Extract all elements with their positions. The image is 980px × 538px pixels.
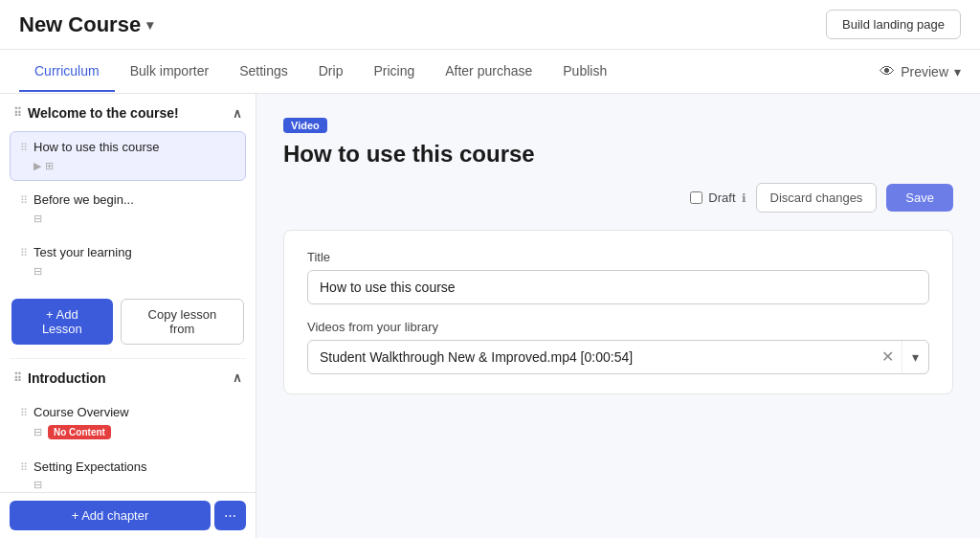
video-icon: ▶: [33, 160, 41, 172]
lesson-info-4: Course Overview ⊟ No Content: [33, 405, 235, 439]
lesson-item-test-learning[interactable]: ⠿ Test your learning ⊟: [10, 236, 246, 286]
lesson-info-2: Before we begin... ⊟: [33, 192, 235, 225]
lesson-icons-5: ⊟: [33, 479, 235, 491]
video-select-row: Student Walkthrough New & Improved.mp4 […: [307, 340, 929, 374]
content-area: Video How to use this course Draft ℹ Dis…: [256, 94, 980, 538]
tab-publish[interactable]: Publish: [547, 52, 622, 92]
add-chapter-more-button[interactable]: ⋯: [214, 501, 246, 530]
drag-dot-1: ⠿: [20, 142, 28, 154]
tab-bulk-importer[interactable]: Bulk importer: [115, 52, 224, 92]
build-landing-button[interactable]: Build landing page: [826, 10, 961, 39]
tab-drip[interactable]: Drip: [303, 52, 359, 92]
tab-settings[interactable]: Settings: [224, 52, 303, 92]
draft-checkbox[interactable]: [690, 191, 702, 204]
doc-icon-4: ⊟: [33, 426, 42, 438]
save-button[interactable]: Save: [886, 184, 953, 212]
lesson-name-5: Setting Expectations: [33, 460, 235, 476]
add-chapter-bar: + Add chapter ⋯: [0, 492, 256, 538]
chevron-intro[interactable]: ∧: [233, 370, 242, 385]
course-title-text: New Course: [19, 12, 141, 37]
info-icon[interactable]: ℹ: [742, 191, 746, 205]
section-intro-title: Introduction: [28, 370, 106, 386]
lesson-name-3: Test your learning: [33, 245, 235, 261]
section-welcome: ⠿ Welcome to the course! ∧: [0, 94, 256, 128]
lesson-name-1: How to use this course: [33, 140, 235, 156]
discard-button[interactable]: Discard changes: [756, 183, 878, 213]
title-label: Title: [307, 250, 929, 264]
video-chevron-icon[interactable]: ▾: [902, 341, 928, 373]
grid-icon: ⊞: [45, 160, 54, 172]
drag-dot-3: ⠿: [20, 247, 28, 259]
draft-label[interactable]: Draft ℹ: [690, 191, 746, 205]
drag-handle-intro[interactable]: ⠿: [13, 371, 22, 385]
course-title: New Course ▾: [19, 12, 153, 37]
section-introduction: ⠿ Introduction ∧: [0, 359, 256, 393]
top-bar: New Course ▾ Build landing page: [0, 0, 980, 50]
lesson-name-2: Before we begin...: [33, 192, 235, 209]
drag-dot-4: ⠿: [20, 407, 28, 419]
videos-label: Videos from your library: [307, 320, 929, 334]
preview-label: Preview: [901, 64, 948, 79]
sidebar: ⠿ Welcome to the course! ∧ ⠿ How to use …: [0, 94, 256, 538]
lesson-item-course-overview[interactable]: ⠿ Course Overview ⊟ No Content: [10, 396, 246, 448]
form-card: Title Videos from your library Student W…: [283, 230, 953, 394]
lesson-icons-4: ⊟ No Content: [33, 425, 235, 439]
course-title-arrow[interactable]: ▾: [146, 17, 153, 33]
drag-dot-2: ⠿: [20, 194, 28, 207]
tab-after-purchase[interactable]: After purchase: [430, 52, 547, 92]
main-layout: ⠿ Welcome to the course! ∧ ⠿ How to use …: [0, 94, 980, 538]
video-badge: Video: [283, 118, 327, 133]
draft-text: Draft: [708, 191, 735, 205]
doc-icon-3: ⊟: [33, 265, 42, 278]
no-content-badge: No Content: [48, 425, 111, 439]
lesson-actions-row: Draft ℹ Discard changes Save: [283, 183, 953, 213]
doc-icon-2: ⊟: [33, 213, 42, 225]
lesson-info-5: Setting Expectations ⊟: [33, 460, 235, 492]
video-clear-button[interactable]: ✕: [874, 341, 902, 373]
section-intro-left: ⠿ Introduction: [13, 370, 106, 386]
preview-button[interactable]: 👁 Preview ▾: [880, 63, 961, 80]
chevron-down-icon: ▾: [954, 64, 961, 79]
lesson-info-3: Test your learning ⊟: [33, 245, 235, 278]
section-welcome-title: Welcome to the course!: [28, 105, 179, 121]
add-chapter-button[interactable]: + Add chapter: [10, 501, 211, 530]
tab-curriculum[interactable]: Curriculum: [19, 52, 115, 92]
lesson-info-1: How to use this course ▶ ⊞: [33, 140, 235, 172]
lesson-item-before-we-begin[interactable]: ⠿ Before we begin... ⊟: [10, 184, 246, 234]
drag-handle-welcome[interactable]: ⠿: [13, 106, 22, 120]
chevron-welcome[interactable]: ∧: [233, 106, 242, 121]
lesson-icons-2: ⊟: [33, 213, 235, 225]
title-input[interactable]: [307, 270, 929, 304]
eye-icon: 👁: [880, 63, 895, 80]
doc-icon-5: ⊟: [33, 479, 42, 491]
lesson-actions-welcome: + Add Lesson Copy lesson from: [0, 289, 256, 358]
video-select-value: Student Walkthrough New & Improved.mp4 […: [308, 341, 874, 373]
add-lesson-button[interactable]: + Add Lesson: [11, 299, 113, 345]
nav-tabs: Curriculum Bulk importer Settings Drip P…: [0, 50, 980, 94]
lesson-heading: How to use this course: [283, 141, 953, 168]
sidebar-scroll: ⠿ Welcome to the course! ∧ ⠿ How to use …: [0, 94, 256, 538]
lesson-name-4: Course Overview: [33, 405, 235, 421]
copy-lesson-button[interactable]: Copy lesson from: [121, 299, 244, 345]
lesson-icons-1: ▶ ⊞: [33, 160, 235, 172]
section-welcome-left: ⠿ Welcome to the course!: [13, 105, 179, 121]
lesson-icons-3: ⊟: [33, 265, 235, 278]
lesson-item-how-to-use[interactable]: ⠿ How to use this course ▶ ⊞: [10, 131, 246, 181]
drag-dot-5: ⠿: [20, 461, 28, 474]
tab-pricing[interactable]: Pricing: [358, 52, 430, 92]
